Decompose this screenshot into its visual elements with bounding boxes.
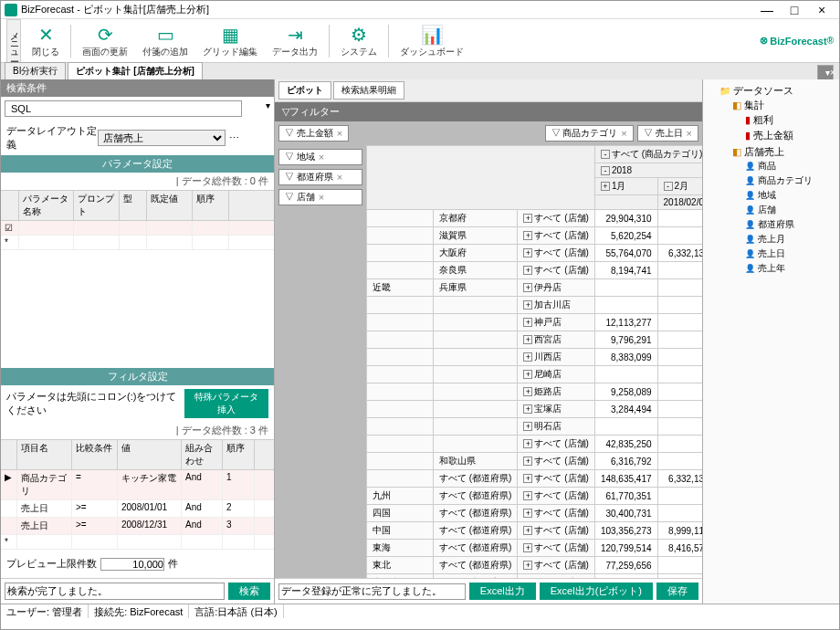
datasource-tree[interactable]: データソース 集計 粗利 売上金額 店舗売上 商品 商品カテゴリ 地域 店舗 都… [707,83,835,278]
dimension-icon [745,262,755,273]
measure-icon [745,114,751,125]
preview-label: プレビュー上限件数 [6,557,97,571]
chip-remove-icon[interactable]: × [319,152,324,163]
row-chip-bar: ▽ 地域×▽ 都道府県×▽ 店舗× [275,145,366,578]
preview-input[interactable] [100,558,164,571]
tree-item[interactable]: 商品 [745,159,835,173]
filter-row[interactable]: 売上日>=2008/12/31And3 [1,518,274,535]
tree-item[interactable]: 売上年 [745,261,835,276]
close-button[interactable]: ✕閉じる [25,22,67,60]
preview-unit: 件 [168,557,178,571]
dimension-icon [745,204,755,215]
chip-remove-icon[interactable]: × [687,128,692,139]
refresh-button[interactable]: ⟳画面の更新 [75,22,135,60]
tab-expand[interactable]: ▾× [817,65,834,79]
app-icon [5,4,17,16]
dimension-icon [745,189,755,200]
dimension-icon [745,218,755,229]
filter-grid-header: 項目名比較条件値組み合わせ順序 [1,440,274,470]
tree-item[interactable]: 売上月 [745,232,835,247]
tree-item[interactable]: 売上日 [745,247,835,261]
chip-remove-icon[interactable]: × [337,172,342,183]
logo: ⊗BizForecast® [760,35,834,47]
attach-button[interactable]: ▭付箋の追加 [135,22,195,60]
filter-section-header: フィルタ設定 [1,368,274,385]
pivot-table[interactable]: -すべて (商品カテゴリ)-2018+1月-2月2018/02/012018/0… [366,145,702,578]
measure-icon [745,130,751,141]
chip-remove-icon[interactable]: × [621,128,626,139]
footer-conn: 接続先: BizForecast [89,604,189,618]
system-button[interactable]: ⚙システム [333,22,384,60]
row-chip[interactable]: ▽ 店舗× [278,189,362,205]
column-chip[interactable]: ▽ 売上日× [637,125,698,142]
filter-hint: パラメータは先頭にコロン(:)をつけてください [6,390,184,417]
tree-item[interactable]: 商品カテゴリ [745,173,835,188]
filter-row[interactable]: 売上日>=2008/01/01And2 [1,500,274,518]
tab-bi[interactable]: BI分析実行 [5,62,66,79]
datalayout-label: データレイアウト定義 [6,124,98,152]
dataout-button[interactable]: ⇥データ出力 [265,22,325,60]
sql-dropdown-icon[interactable]: ▾ [266,100,270,117]
row-chip[interactable]: ▽ 地域× [278,149,362,165]
column-chip[interactable]: ▽ 商品カテゴリ× [545,125,634,142]
param-grid-header: パラメータ名称プロンプト型既定値順序 [1,191,274,221]
tree-item[interactable]: 地域 [745,188,835,203]
search-button[interactable]: 検索 [228,583,270,600]
param-section-header: パラメータ設定 [1,155,274,173]
column-chip[interactable]: ▽ 売上金額× [278,125,349,142]
param-row-new[interactable]: * [1,236,274,250]
row-chip[interactable]: ▽ 都道府県× [278,169,362,185]
gridedit-button[interactable]: ▦グリッド編集 [195,22,265,60]
save-button[interactable]: 保存 [656,583,698,600]
excel-pivot-button[interactable]: Excel出力(ピボット) [540,583,653,600]
dimension-icon [745,160,755,171]
tree-item[interactable]: 都道府県 [745,217,835,232]
dimension-icon [745,247,755,258]
tree-item[interactable]: 店舗 [745,203,835,217]
chip-remove-icon[interactable]: × [319,192,324,203]
footer-user: ユーザー: 管理者 [1,604,89,618]
filter-bar-label: フィルター [289,105,340,119]
param-count: | データ総件数 : 0 件 [176,174,268,188]
filter-row-new[interactable]: * [1,535,274,550]
filter-count: | データ総件数 : 3 件 [176,424,268,437]
datalayout-select[interactable]: 店舗売上 [98,130,226,146]
filter-row[interactable]: ▶商品カテゴリ=キッチン家電And1 [1,470,274,500]
tab-pivot[interactable]: ピボット集計 [店舗売上分析] [68,62,202,79]
search-cond-header: 検索条件 [1,79,274,97]
sql-box[interactable]: SQL [5,100,242,117]
search-status [5,583,225,600]
dimension-icon [745,233,755,244]
dimension-icon [745,174,755,185]
minimize-button[interactable]: — [753,3,781,17]
column-chip-bar: ▽ 売上金額×▽ 商品カテゴリ×▽ 売上日× [275,121,702,145]
folder-icon [719,85,730,96]
center-tab-detail[interactable]: 検索結果明細 [333,81,404,100]
center-tab-pivot[interactable]: ピボット [278,81,331,100]
close-window-button[interactable]: × [808,3,835,17]
cube-icon [732,146,741,157]
cube-icon [732,100,741,110]
datalayout-action-icon[interactable]: ⋯ [229,132,239,144]
dashboard-button[interactable]: 📊ダッシュボード [393,22,471,60]
param-row[interactable]: ☑ [1,221,274,236]
menu-tab[interactable]: メニュー [6,19,21,63]
footer-lang: 言語:日本語 (日本) [189,604,283,618]
excel-button[interactable]: Excel出力 [469,583,536,600]
maximize-button[interactable]: □ [781,3,808,17]
center-status [278,583,466,600]
window-title: BizForecast - ピボット集計[店舗売上分析] [21,3,753,16]
chip-remove-icon[interactable]: × [337,128,342,139]
filter-icon: ▽ [282,106,289,118]
filter-insert-button[interactable]: 特殊パラメータ挿入 [184,389,268,418]
